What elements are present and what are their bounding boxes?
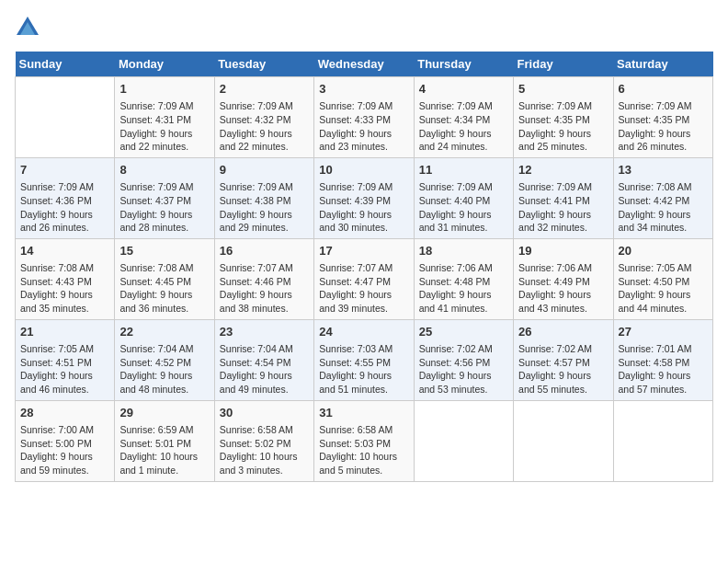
weekday-header-saturday: Saturday	[613, 52, 712, 77]
day-info: Sunrise: 7:03 AMSunset: 4:55 PMDaylight:…	[319, 342, 408, 396]
day-number: 2	[220, 81, 309, 98]
day-number: 31	[319, 405, 408, 421]
day-info: Sunrise: 7:09 AMSunset: 4:36 PMDaylight:…	[20, 180, 109, 235]
day-number: 9	[220, 162, 309, 178]
day-number: 1	[119, 81, 209, 98]
day-info: Sunrise: 7:04 AMSunset: 4:54 PMDaylight:…	[220, 342, 309, 396]
calendar-cell: 14Sunrise: 7:08 AMSunset: 4:43 PMDayligh…	[16, 238, 115, 319]
weekday-header-wednesday: Wednesday	[314, 52, 414, 77]
calendar-cell: 13Sunrise: 7:08 AMSunset: 4:42 PMDayligh…	[613, 157, 712, 238]
day-number: 17	[319, 243, 408, 259]
calendar-cell: 1Sunrise: 7:09 AMSunset: 4:31 PMDaylight…	[115, 77, 214, 158]
day-number: 12	[518, 162, 608, 178]
day-info: Sunrise: 7:09 AMSunset: 4:37 PMDaylight:…	[119, 180, 209, 235]
day-number: 15	[119, 243, 209, 259]
day-info: Sunrise: 7:02 AMSunset: 4:56 PMDaylight:…	[419, 342, 508, 396]
day-info: Sunrise: 7:09 AMSunset: 4:34 PMDaylight:…	[419, 99, 508, 154]
calendar-week-row: 28Sunrise: 7:00 AMSunset: 5:00 PMDayligh…	[16, 400, 713, 481]
day-info: Sunrise: 7:09 AMSunset: 4:41 PMDaylight:…	[518, 180, 608, 235]
calendar-cell: 15Sunrise: 7:08 AMSunset: 4:45 PMDayligh…	[115, 238, 214, 319]
day-number: 5	[518, 81, 608, 98]
day-info: Sunrise: 7:06 AMSunset: 4:49 PMDaylight:…	[518, 261, 608, 316]
calendar-cell: 7Sunrise: 7:09 AMSunset: 4:36 PMDaylight…	[16, 157, 115, 238]
day-info: Sunrise: 6:58 AMSunset: 5:02 PMDaylight:…	[220, 423, 309, 477]
day-info: Sunrise: 7:09 AMSunset: 4:31 PMDaylight:…	[119, 99, 209, 154]
day-number: 6	[619, 81, 708, 98]
logo	[15, 15, 44, 40]
day-number: 16	[220, 243, 309, 259]
day-number: 23	[220, 324, 309, 340]
calendar-cell: 3Sunrise: 7:09 AMSunset: 4:33 PMDaylight…	[314, 77, 414, 158]
calendar-cell: 29Sunrise: 6:59 AMSunset: 5:01 PMDayligh…	[115, 400, 214, 481]
day-info: Sunrise: 7:05 AMSunset: 4:50 PMDaylight:…	[619, 261, 708, 316]
day-info: Sunrise: 7:09 AMSunset: 4:33 PMDaylight:…	[319, 99, 408, 154]
day-info: Sunrise: 7:09 AMSunset: 4:35 PMDaylight:…	[518, 99, 608, 154]
weekday-header-sunday: Sunday	[16, 52, 115, 77]
day-number: 24	[319, 324, 408, 340]
calendar-cell: 9Sunrise: 7:09 AMSunset: 4:38 PMDaylight…	[214, 157, 313, 238]
day-number: 14	[20, 243, 109, 259]
weekday-header-row: SundayMondayTuesdayWednesdayThursdayFrid…	[16, 52, 713, 77]
day-info: Sunrise: 7:01 AMSunset: 4:58 PMDaylight:…	[619, 342, 708, 396]
calendar-cell: 31Sunrise: 6:58 AMSunset: 5:03 PMDayligh…	[314, 400, 414, 481]
day-info: Sunrise: 7:07 AMSunset: 4:47 PMDaylight:…	[319, 261, 408, 316]
calendar-cell: 8Sunrise: 7:09 AMSunset: 4:37 PMDaylight…	[115, 157, 214, 238]
calendar-cell: 11Sunrise: 7:09 AMSunset: 4:40 PMDayligh…	[414, 157, 513, 238]
calendar-cell: 12Sunrise: 7:09 AMSunset: 4:41 PMDayligh…	[514, 157, 613, 238]
day-number: 8	[119, 162, 209, 178]
calendar-week-row: 7Sunrise: 7:09 AMSunset: 4:36 PMDaylight…	[16, 157, 713, 238]
logo-icon	[15, 15, 40, 40]
day-info: Sunrise: 6:59 AMSunset: 5:01 PMDaylight:…	[119, 423, 209, 477]
day-info: Sunrise: 7:06 AMSunset: 4:48 PMDaylight:…	[419, 261, 508, 316]
day-number: 21	[20, 324, 109, 340]
calendar-cell: 5Sunrise: 7:09 AMSunset: 4:35 PMDaylight…	[514, 77, 613, 158]
day-number: 11	[419, 162, 508, 178]
calendar-cell: 23Sunrise: 7:04 AMSunset: 4:54 PMDayligh…	[214, 319, 313, 400]
calendar-cell: 18Sunrise: 7:06 AMSunset: 4:48 PMDayligh…	[414, 238, 513, 319]
calendar-cell: 25Sunrise: 7:02 AMSunset: 4:56 PMDayligh…	[414, 319, 513, 400]
day-number: 29	[119, 405, 209, 421]
calendar-cell: 6Sunrise: 7:09 AMSunset: 4:35 PMDaylight…	[613, 77, 712, 158]
calendar-cell: 30Sunrise: 6:58 AMSunset: 5:02 PMDayligh…	[214, 400, 313, 481]
day-info: Sunrise: 7:07 AMSunset: 4:46 PMDaylight:…	[220, 261, 309, 316]
weekday-header-tuesday: Tuesday	[214, 52, 313, 77]
day-number: 4	[419, 81, 508, 98]
calendar-week-row: 1Sunrise: 7:09 AMSunset: 4:31 PMDaylight…	[16, 77, 713, 158]
calendar-week-row: 14Sunrise: 7:08 AMSunset: 4:43 PMDayligh…	[16, 238, 713, 319]
day-info: Sunrise: 7:05 AMSunset: 4:51 PMDaylight:…	[20, 342, 109, 396]
weekday-header-thursday: Thursday	[414, 52, 513, 77]
calendar-cell: 26Sunrise: 7:02 AMSunset: 4:57 PMDayligh…	[514, 319, 613, 400]
day-number: 10	[319, 162, 408, 178]
day-info: Sunrise: 7:02 AMSunset: 4:57 PMDaylight:…	[518, 342, 608, 396]
page-header	[15, 15, 713, 40]
weekday-header-friday: Friday	[514, 52, 613, 77]
day-number: 26	[518, 324, 608, 340]
calendar-cell: 16Sunrise: 7:07 AMSunset: 4:46 PMDayligh…	[214, 238, 313, 319]
calendar-cell: 27Sunrise: 7:01 AMSunset: 4:58 PMDayligh…	[613, 319, 712, 400]
calendar-cell	[514, 400, 613, 481]
day-info: Sunrise: 7:08 AMSunset: 4:45 PMDaylight:…	[119, 261, 209, 316]
calendar-cell: 4Sunrise: 7:09 AMSunset: 4:34 PMDaylight…	[414, 77, 513, 158]
calendar-cell: 24Sunrise: 7:03 AMSunset: 4:55 PMDayligh…	[314, 319, 414, 400]
weekday-header-monday: Monday	[115, 52, 214, 77]
day-info: Sunrise: 7:08 AMSunset: 4:43 PMDaylight:…	[20, 261, 109, 316]
day-info: Sunrise: 6:58 AMSunset: 5:03 PMDaylight:…	[319, 423, 408, 477]
day-number: 28	[20, 405, 109, 421]
day-info: Sunrise: 7:09 AMSunset: 4:40 PMDaylight:…	[419, 180, 508, 235]
day-info: Sunrise: 7:09 AMSunset: 4:32 PMDaylight:…	[220, 99, 309, 154]
calendar-cell	[16, 77, 115, 158]
day-number: 22	[119, 324, 209, 340]
day-info: Sunrise: 7:09 AMSunset: 4:35 PMDaylight:…	[619, 99, 708, 154]
calendar-cell	[414, 400, 513, 481]
calendar-week-row: 21Sunrise: 7:05 AMSunset: 4:51 PMDayligh…	[16, 319, 713, 400]
day-info: Sunrise: 7:00 AMSunset: 5:00 PMDaylight:…	[20, 423, 109, 477]
calendar-cell: 19Sunrise: 7:06 AMSunset: 4:49 PMDayligh…	[514, 238, 613, 319]
calendar-table: SundayMondayTuesdayWednesdayThursdayFrid…	[15, 52, 713, 482]
calendar-cell: 21Sunrise: 7:05 AMSunset: 4:51 PMDayligh…	[16, 319, 115, 400]
day-info: Sunrise: 7:09 AMSunset: 4:39 PMDaylight:…	[319, 180, 408, 235]
day-number: 20	[619, 243, 708, 259]
day-info: Sunrise: 7:04 AMSunset: 4:52 PMDaylight:…	[119, 342, 209, 396]
day-number: 7	[20, 162, 109, 178]
day-number: 25	[419, 324, 508, 340]
calendar-cell	[613, 400, 712, 481]
